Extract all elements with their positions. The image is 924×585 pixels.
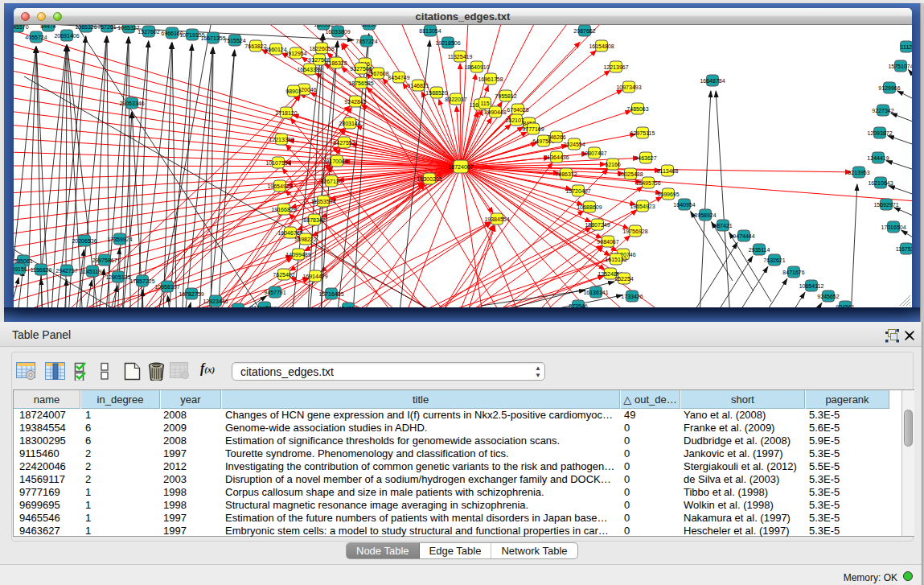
svg-text:10688609: 10688609: [577, 204, 602, 210]
svg-text:7857224: 7857224: [355, 39, 377, 44]
svg-text:17857225: 17857225: [129, 278, 154, 284]
svg-text:15720407: 15720407: [565, 188, 590, 194]
svg-text:29975867: 29975867: [92, 257, 117, 263]
svg-text:9129966: 9129966: [878, 85, 900, 91]
svg-text:19654923: 19654923: [630, 204, 655, 209]
svg-text:10654112: 10654112: [799, 283, 824, 289]
svg-text:115: 115: [480, 101, 489, 106]
svg-text:1167533: 1167533: [896, 246, 912, 252]
svg-text:8213953: 8213953: [848, 170, 869, 175]
svg-text:9245652: 9245652: [817, 294, 839, 299]
svg-text:9084067: 9084067: [597, 239, 618, 245]
svg-text:1065327: 1065327: [117, 25, 139, 31]
svg-text:746266: 746266: [547, 134, 565, 140]
svg-text:7955812: 7955812: [495, 93, 516, 99]
svg-text:8990448: 8990448: [484, 109, 506, 115]
svg-text:9146821: 9146821: [407, 83, 429, 89]
svg-text:8113468: 8113468: [657, 168, 679, 174]
svg-text:9463627: 9463627: [634, 155, 656, 161]
svg-text:16648784: 16648784: [700, 78, 725, 84]
svg-text:9457791: 9457791: [264, 290, 285, 295]
svg-text:2718120: 2718120: [275, 110, 297, 116]
svg-text:757261: 757261: [97, 25, 116, 30]
svg-text:18724007: 18724007: [448, 164, 473, 170]
svg-text:1615132: 1615132: [605, 257, 626, 262]
svg-text:1733426: 1733426: [621, 294, 643, 299]
svg-text:8660124: 8660124: [265, 47, 286, 52]
svg-text:14099489: 14099489: [285, 252, 310, 257]
svg-text:12905135: 12905135: [105, 274, 130, 280]
svg-text:10107554: 10107554: [265, 160, 290, 166]
svg-text:8267130: 8267130: [320, 179, 342, 184]
svg-text:98901: 98901: [285, 89, 302, 94]
svg-text:154216: 154216: [339, 306, 357, 308]
svg-text:17016504: 17016504: [881, 225, 906, 230]
svg-text:8471676: 8471676: [782, 270, 804, 275]
svg-text:6794028: 6794028: [507, 107, 528, 113]
svg-text:873546: 873546: [569, 303, 587, 308]
svg-text:841softmax: 841softmax: [250, 305, 280, 308]
svg-text:7625402: 7625402: [273, 272, 294, 278]
svg-text:8427552: 8427552: [333, 140, 355, 146]
svg-text:19384554: 19384554: [484, 216, 509, 222]
svg-text:8186328: 8186328: [325, 60, 347, 66]
svg-text:2942737: 2942737: [55, 268, 77, 274]
svg-text:2967608: 2967608: [367, 71, 388, 76]
svg-text:1065326: 1065326: [75, 25, 97, 30]
svg-text:18807249: 18807249: [585, 222, 610, 228]
svg-text:3024554: 3024554: [563, 142, 585, 147]
svg-text:1640954: 1640954: [673, 202, 695, 208]
svg-text:687421: 687421: [713, 223, 732, 229]
svg-text:15716485: 15716485: [318, 291, 343, 297]
svg-text:18756585: 18756585: [348, 80, 373, 86]
svg-text:62160: 62160: [605, 162, 621, 167]
svg-text:16543382: 16543382: [297, 67, 322, 72]
svg-text:16671355: 16671355: [200, 35, 225, 41]
svg-text:10807487: 10807487: [581, 150, 606, 156]
svg-text:19756928: 19756928: [622, 229, 647, 234]
svg-text:9699695: 9699695: [657, 192, 679, 197]
svg-text:29053346: 29053346: [119, 101, 144, 106]
svg-text:11325419: 11325419: [448, 54, 473, 60]
svg-text:7986372: 7986372: [555, 171, 577, 177]
svg-text:7632621: 7632621: [763, 257, 785, 263]
svg-text:8454749: 8454749: [388, 75, 409, 80]
svg-text:8912954: 8912954: [285, 51, 306, 56]
svg-text:19654923: 19654923: [267, 183, 292, 189]
svg-text:16210643: 16210643: [868, 180, 893, 186]
svg-text:1156829: 1156829: [31, 267, 52, 273]
svg-text:7485063: 7485063: [626, 106, 648, 112]
svg-text:905130: 905130: [228, 307, 247, 308]
svg-text:1244419: 1244419: [867, 155, 889, 161]
svg-text:16136141: 16136141: [583, 290, 608, 295]
svg-text:10958107: 10958107: [154, 284, 179, 290]
svg-text:19218506: 19218506: [435, 40, 460, 46]
svg-text:160338: 160338: [314, 25, 332, 27]
svg-text:1112: 1112: [901, 44, 912, 50]
svg-text:21364436: 21364436: [544, 154, 569, 160]
svg-text:88130: 88130: [361, 25, 377, 27]
svg-text:16154808: 16154808: [589, 43, 614, 49]
svg-text:18300295: 18300295: [417, 176, 441, 182]
svg-text:9227342: 9227342: [872, 108, 893, 113]
svg-text:924561: 924561: [836, 304, 854, 308]
svg-text:10973493: 10973493: [616, 84, 641, 90]
svg-text:8958924: 8958924: [694, 212, 716, 218]
svg-text:20691406: 20691406: [54, 33, 79, 39]
svg-text:11451194: 11451194: [80, 269, 105, 274]
svg-text:12975115: 12975115: [630, 130, 655, 136]
svg-text:12213967: 12213967: [603, 64, 628, 70]
svg-text:252254: 252254: [614, 276, 633, 282]
svg-text:2445570: 2445570: [14, 25, 29, 30]
svg-text:84474: 84474: [40, 25, 56, 29]
svg-text:15751074: 15751074: [888, 64, 912, 69]
svg-text:12923446: 12923446: [203, 299, 228, 304]
svg-text:335061: 335061: [14, 258, 32, 264]
svg-text:16033809: 16033809: [325, 29, 350, 35]
svg-text:9474444: 9474444: [733, 233, 754, 239]
svg-text:4055724: 4055724: [25, 35, 47, 40]
svg-text:8878342: 8878342: [303, 217, 325, 223]
svg-text:8322037: 8322037: [445, 97, 466, 102]
svg-text:16914479: 16914479: [302, 274, 327, 279]
svg-text:17359924: 17359924: [107, 237, 132, 242]
